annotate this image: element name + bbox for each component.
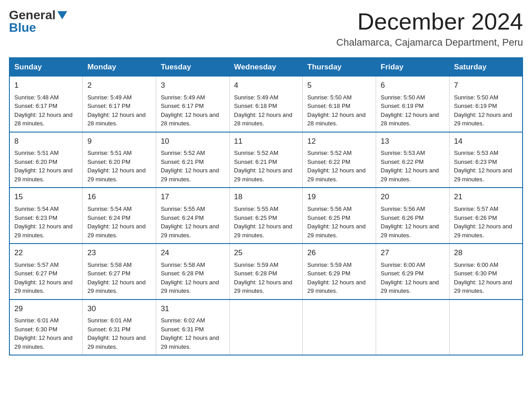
day-number: 18 xyxy=(234,192,298,203)
day-number: 19 xyxy=(307,192,371,203)
day-number: 27 xyxy=(381,248,445,259)
calendar-day-cell xyxy=(303,300,376,355)
day-info: Sunrise: 5:54 AMSunset: 6:24 PMDaylight:… xyxy=(87,205,151,240)
day-number: 20 xyxy=(381,192,445,203)
day-info: Sunrise: 5:50 AMSunset: 6:19 PMDaylight:… xyxy=(454,93,518,128)
calendar-day-cell: 29Sunrise: 6:01 AMSunset: 6:30 PMDayligh… xyxy=(9,300,83,355)
calendar-day-cell: 25Sunrise: 5:59 AMSunset: 6:28 PMDayligh… xyxy=(229,244,303,300)
day-info: Sunrise: 6:02 AMSunset: 6:31 PMDaylight:… xyxy=(161,316,225,351)
calendar-day-cell: 18Sunrise: 5:55 AMSunset: 6:25 PMDayligh… xyxy=(229,188,303,244)
calendar-day-cell: 11Sunrise: 5:52 AMSunset: 6:21 PMDayligh… xyxy=(229,132,303,188)
day-number: 28 xyxy=(454,248,518,259)
calendar-day-cell: 8Sunrise: 5:51 AMSunset: 6:20 PMDaylight… xyxy=(9,132,83,188)
calendar-day-cell: 15Sunrise: 5:54 AMSunset: 6:23 PMDayligh… xyxy=(9,188,83,244)
calendar-week-row: 22Sunrise: 5:57 AMSunset: 6:27 PMDayligh… xyxy=(9,244,523,300)
calendar-day-cell: 28Sunrise: 6:00 AMSunset: 6:30 PMDayligh… xyxy=(449,244,523,300)
calendar-day-cell: 1Sunrise: 5:48 AMSunset: 6:17 PMDaylight… xyxy=(9,77,83,132)
calendar-header-tuesday: Tuesday xyxy=(156,58,229,77)
day-info: Sunrise: 5:52 AMSunset: 6:21 PMDaylight:… xyxy=(161,149,225,184)
day-info: Sunrise: 5:57 AMSunset: 6:26 PMDaylight:… xyxy=(454,205,518,240)
day-info: Sunrise: 5:58 AMSunset: 6:28 PMDaylight:… xyxy=(161,261,225,295)
day-number: 17 xyxy=(161,192,225,203)
day-info: Sunrise: 5:52 AMSunset: 6:22 PMDaylight:… xyxy=(307,149,371,184)
day-info: Sunrise: 6:01 AMSunset: 6:31 PMDaylight:… xyxy=(87,316,151,351)
day-info: Sunrise: 5:56 AMSunset: 6:25 PMDaylight:… xyxy=(307,205,371,240)
day-info: Sunrise: 5:50 AMSunset: 6:19 PMDaylight:… xyxy=(381,93,445,128)
day-info: Sunrise: 5:53 AMSunset: 6:22 PMDaylight:… xyxy=(381,149,445,184)
day-info: Sunrise: 5:51 AMSunset: 6:20 PMDaylight:… xyxy=(14,149,78,184)
calendar-week-row: 29Sunrise: 6:01 AMSunset: 6:30 PMDayligh… xyxy=(9,300,523,355)
calendar-day-cell: 3Sunrise: 5:49 AMSunset: 6:17 PMDaylight… xyxy=(156,77,229,132)
day-number: 6 xyxy=(381,80,445,91)
day-info: Sunrise: 5:56 AMSunset: 6:26 PMDaylight:… xyxy=(381,205,445,240)
logo-general: General xyxy=(9,9,67,21)
day-number: 31 xyxy=(161,304,225,315)
logo-blue-text: Blue xyxy=(9,21,67,34)
day-info: Sunrise: 5:57 AMSunset: 6:27 PMDaylight:… xyxy=(14,261,78,295)
calendar-day-cell: 31Sunrise: 6:02 AMSunset: 6:31 PMDayligh… xyxy=(156,300,229,355)
calendar-header-saturday: Saturday xyxy=(449,58,523,77)
calendar-day-cell: 10Sunrise: 5:52 AMSunset: 6:21 PMDayligh… xyxy=(156,132,229,188)
day-info: Sunrise: 5:48 AMSunset: 6:17 PMDaylight:… xyxy=(14,93,78,128)
day-info: Sunrise: 5:59 AMSunset: 6:29 PMDaylight:… xyxy=(307,261,371,295)
calendar-day-cell: 23Sunrise: 5:58 AMSunset: 6:27 PMDayligh… xyxy=(83,244,156,300)
day-info: Sunrise: 5:55 AMSunset: 6:25 PMDaylight:… xyxy=(234,205,298,240)
calendar-day-cell: 12Sunrise: 5:52 AMSunset: 6:22 PMDayligh… xyxy=(303,132,376,188)
day-number: 5 xyxy=(307,80,371,91)
day-number: 12 xyxy=(307,136,371,147)
calendar-day-cell: 7Sunrise: 5:50 AMSunset: 6:19 PMDaylight… xyxy=(449,77,523,132)
day-number: 15 xyxy=(14,192,78,203)
calendar-day-cell: 6Sunrise: 5:50 AMSunset: 6:19 PMDaylight… xyxy=(376,77,450,132)
calendar-week-row: 1Sunrise: 5:48 AMSunset: 6:17 PMDaylight… xyxy=(9,77,523,132)
day-info: Sunrise: 5:58 AMSunset: 6:27 PMDaylight:… xyxy=(87,261,151,295)
calendar-day-cell: 20Sunrise: 5:56 AMSunset: 6:26 PMDayligh… xyxy=(376,188,450,244)
main-title: December 2024 xyxy=(336,9,523,34)
calendar-day-cell xyxy=(449,300,523,355)
calendar-week-row: 8Sunrise: 5:51 AMSunset: 6:20 PMDaylight… xyxy=(9,132,523,188)
day-number: 4 xyxy=(234,80,298,91)
calendar-table: SundayMondayTuesdayWednesdayThursdayFrid… xyxy=(9,57,523,355)
day-number: 29 xyxy=(14,304,78,315)
day-number: 11 xyxy=(234,136,298,147)
calendar-header-monday: Monday xyxy=(83,58,156,77)
day-number: 23 xyxy=(87,248,151,259)
calendar-day-cell: 5Sunrise: 5:50 AMSunset: 6:18 PMDaylight… xyxy=(303,77,376,132)
day-info: Sunrise: 5:51 AMSunset: 6:20 PMDaylight:… xyxy=(87,149,151,184)
calendar-day-cell: 2Sunrise: 5:49 AMSunset: 6:17 PMDaylight… xyxy=(83,77,156,132)
day-info: Sunrise: 5:52 AMSunset: 6:21 PMDaylight:… xyxy=(234,149,298,184)
calendar-header-wednesday: Wednesday xyxy=(229,58,303,77)
day-number: 14 xyxy=(454,136,518,147)
day-info: Sunrise: 5:49 AMSunset: 6:18 PMDaylight:… xyxy=(234,93,298,128)
calendar-day-cell: 14Sunrise: 5:53 AMSunset: 6:23 PMDayligh… xyxy=(449,132,523,188)
day-info: Sunrise: 6:00 AMSunset: 6:30 PMDaylight:… xyxy=(454,261,518,295)
day-number: 7 xyxy=(454,80,518,91)
subtitle: Chalamarca, Cajamarca Department, Peru xyxy=(336,37,523,48)
day-number: 10 xyxy=(161,136,225,147)
calendar-day-cell: 21Sunrise: 5:57 AMSunset: 6:26 PMDayligh… xyxy=(449,188,523,244)
calendar-week-row: 15Sunrise: 5:54 AMSunset: 6:23 PMDayligh… xyxy=(9,188,523,244)
svg-marker-0 xyxy=(57,11,67,19)
day-info: Sunrise: 6:01 AMSunset: 6:30 PMDaylight:… xyxy=(14,316,78,351)
day-number: 8 xyxy=(14,136,78,147)
calendar-day-cell: 16Sunrise: 5:54 AMSunset: 6:24 PMDayligh… xyxy=(83,188,156,244)
day-number: 1 xyxy=(14,80,78,91)
day-number: 24 xyxy=(161,248,225,259)
day-number: 30 xyxy=(87,304,151,315)
day-number: 3 xyxy=(161,80,225,91)
calendar-day-cell: 17Sunrise: 5:55 AMSunset: 6:24 PMDayligh… xyxy=(156,188,229,244)
day-info: Sunrise: 5:55 AMSunset: 6:24 PMDaylight:… xyxy=(161,205,225,240)
calendar-header-row: SundayMondayTuesdayWednesdayThursdayFrid… xyxy=(9,58,523,77)
day-number: 2 xyxy=(87,80,151,91)
day-info: Sunrise: 5:50 AMSunset: 6:18 PMDaylight:… xyxy=(307,93,371,128)
calendar-day-cell: 13Sunrise: 5:53 AMSunset: 6:22 PMDayligh… xyxy=(376,132,450,188)
calendar-day-cell: 26Sunrise: 5:59 AMSunset: 6:29 PMDayligh… xyxy=(303,244,376,300)
day-info: Sunrise: 5:54 AMSunset: 6:23 PMDaylight:… xyxy=(14,205,78,240)
calendar-day-cell: 19Sunrise: 5:56 AMSunset: 6:25 PMDayligh… xyxy=(303,188,376,244)
calendar-day-cell: 4Sunrise: 5:49 AMSunset: 6:18 PMDaylight… xyxy=(229,77,303,132)
day-number: 13 xyxy=(381,136,445,147)
calendar-header-thursday: Thursday xyxy=(303,58,376,77)
title-block: December 2024 Chalamarca, Cajamarca Depa… xyxy=(336,9,523,48)
day-number: 9 xyxy=(87,136,151,147)
calendar-header-sunday: Sunday xyxy=(9,58,83,77)
calendar-day-cell xyxy=(376,300,450,355)
